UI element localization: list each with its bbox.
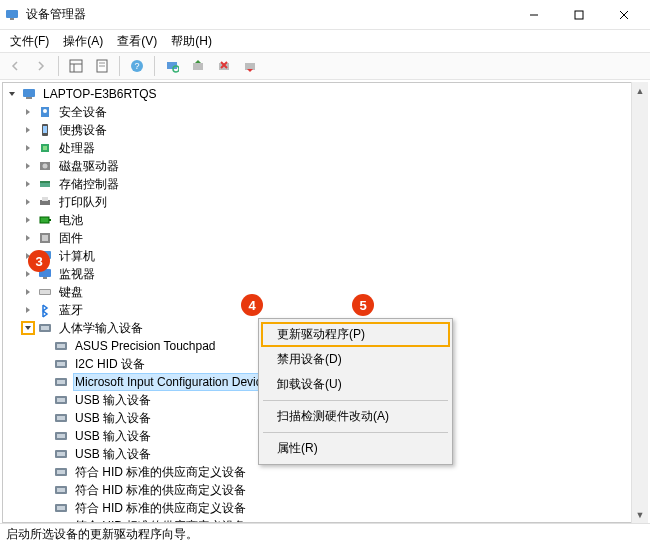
keyboard-icon <box>37 284 53 300</box>
hid-device-icon <box>53 338 69 354</box>
collapse-toggle[interactable] <box>21 321 35 335</box>
details-pane-icon[interactable] <box>65 55 87 77</box>
category-keyboard[interactable]: 键盘 <box>5 283 647 301</box>
svg-text:?: ? <box>134 61 139 71</box>
close-button[interactable] <box>601 0 646 30</box>
svg-rect-16 <box>193 63 203 70</box>
tree-item-label: USB 输入设备 <box>73 409 153 427</box>
help-icon[interactable]: ? <box>126 55 148 77</box>
hid-device-icon <box>53 482 69 498</box>
hid-device-icon <box>53 446 69 462</box>
svg-rect-60 <box>57 452 65 456</box>
callout-badge-5: 5 <box>352 294 374 316</box>
hid-device-icon <box>53 428 69 444</box>
title-bar: 设备管理器 <box>0 0 650 30</box>
hid-device-icon <box>53 410 69 426</box>
hid-device-icon <box>53 356 69 372</box>
menu-file[interactable]: 文件(F) <box>4 31 55 52</box>
firmware-icon <box>37 230 53 246</box>
svg-rect-32 <box>40 181 50 183</box>
category-storage[interactable]: 存储控制器 <box>5 175 647 193</box>
context-menu: 更新驱动程序(P) 禁用设备(D) 卸载设备(U) 扫描检测硬件改动(A) 属性… <box>258 318 453 465</box>
svg-point-30 <box>43 164 48 169</box>
category-battery[interactable]: 电池 <box>5 211 647 229</box>
uninstall-icon[interactable] <box>213 55 235 77</box>
disk-icon <box>37 158 53 174</box>
hid-device[interactable]: 符合 HID 标准的供应商定义设备 <box>5 481 647 499</box>
ctx-disable-device[interactable]: 禁用设备(D) <box>261 347 450 372</box>
menu-view[interactable]: 查看(V) <box>111 31 163 52</box>
category-portable[interactable]: 便携设备 <box>5 121 647 139</box>
print-icon <box>37 194 53 210</box>
menu-action[interactable]: 操作(A) <box>57 31 109 52</box>
svg-rect-46 <box>41 326 49 330</box>
category-computer[interactable]: 计算机 <box>5 247 647 265</box>
minimize-button[interactable] <box>511 0 556 30</box>
properties-icon[interactable] <box>91 55 113 77</box>
toolbar: ? <box>0 52 650 80</box>
svg-rect-6 <box>70 60 82 72</box>
expand-toggle[interactable] <box>21 177 35 191</box>
expand-toggle[interactable] <box>21 231 35 245</box>
expand-toggle[interactable] <box>21 303 35 317</box>
category-bluetooth[interactable]: 蓝牙 <box>5 301 647 319</box>
scan-hardware-icon[interactable] <box>161 55 183 77</box>
hid-device[interactable]: 符合 HID 标准的供应商定义设备 <box>5 463 647 481</box>
portable-icon <box>37 122 53 138</box>
back-button <box>4 55 26 77</box>
svg-point-24 <box>43 109 47 113</box>
tree-item-label: I2C HID 设备 <box>73 355 147 373</box>
expand-toggle[interactable] <box>21 213 35 227</box>
vertical-scrollbar[interactable]: ▲ ▼ <box>631 82 648 523</box>
category-monitor[interactable]: 监视器 <box>5 265 647 283</box>
scroll-up-button[interactable]: ▲ <box>632 82 648 99</box>
battery-icon <box>37 212 53 228</box>
maximize-button[interactable] <box>556 0 601 30</box>
scroll-down-button[interactable]: ▼ <box>632 506 648 523</box>
menu-help[interactable]: 帮助(H) <box>165 31 218 52</box>
svg-rect-58 <box>57 434 65 438</box>
svg-rect-0 <box>6 10 18 18</box>
root-computer[interactable]: LAPTOP-E3B6RTQS <box>5 85 647 103</box>
status-bar: 启动所选设备的更新驱动程序向导。 <box>0 523 650 543</box>
expand-toggle[interactable] <box>21 141 35 155</box>
expand-toggle[interactable] <box>21 123 35 137</box>
bluetooth-icon <box>37 302 53 318</box>
tree-item-label: USB 输入设备 <box>73 391 153 409</box>
hid-device[interactable]: 符合 HID 标准的供应商定义设备 <box>5 499 647 517</box>
svg-rect-54 <box>57 398 65 402</box>
ctx-uninstall-device[interactable]: 卸载设备(U) <box>261 372 450 397</box>
category-firmware[interactable]: 固件 <box>5 229 647 247</box>
expand-toggle[interactable] <box>21 195 35 209</box>
ctx-scan-hardware[interactable]: 扫描检测硬件改动(A) <box>261 404 450 429</box>
svg-rect-56 <box>57 416 65 420</box>
ctx-properties[interactable]: 属性(R) <box>261 436 450 461</box>
svg-rect-20 <box>245 63 255 70</box>
svg-rect-35 <box>40 217 49 223</box>
svg-rect-44 <box>40 290 50 294</box>
tree-item-label: Microsoft Input Configuration Device <box>73 373 270 391</box>
tree-item-label: USB 输入设备 <box>73 427 153 445</box>
expand-toggle[interactable] <box>21 285 35 299</box>
expand-toggle[interactable] <box>21 159 35 173</box>
ctx-update-driver[interactable]: 更新驱动程序(P) <box>261 322 450 347</box>
svg-rect-64 <box>57 488 65 492</box>
category-disk[interactable]: 磁盘驱动器 <box>5 157 647 175</box>
svg-rect-48 <box>57 344 65 348</box>
category-security[interactable]: 安全设备 <box>5 103 647 121</box>
update-driver-icon[interactable] <box>187 55 209 77</box>
tree-item-label: 蓝牙 <box>57 301 85 319</box>
tree-item-label: 固件 <box>57 229 85 247</box>
svg-rect-1 <box>10 18 14 20</box>
svg-rect-66 <box>57 506 65 510</box>
svg-rect-28 <box>43 146 47 150</box>
expand-toggle[interactable] <box>21 105 35 119</box>
category-processors[interactable]: 处理器 <box>5 139 647 157</box>
processors-icon <box>37 140 53 156</box>
svg-rect-42 <box>43 277 47 279</box>
disable-icon[interactable] <box>239 55 261 77</box>
collapse-toggle[interactable] <box>5 87 19 101</box>
svg-rect-52 <box>57 380 65 384</box>
hid-device-icon <box>53 374 69 390</box>
category-print[interactable]: 打印队列 <box>5 193 647 211</box>
